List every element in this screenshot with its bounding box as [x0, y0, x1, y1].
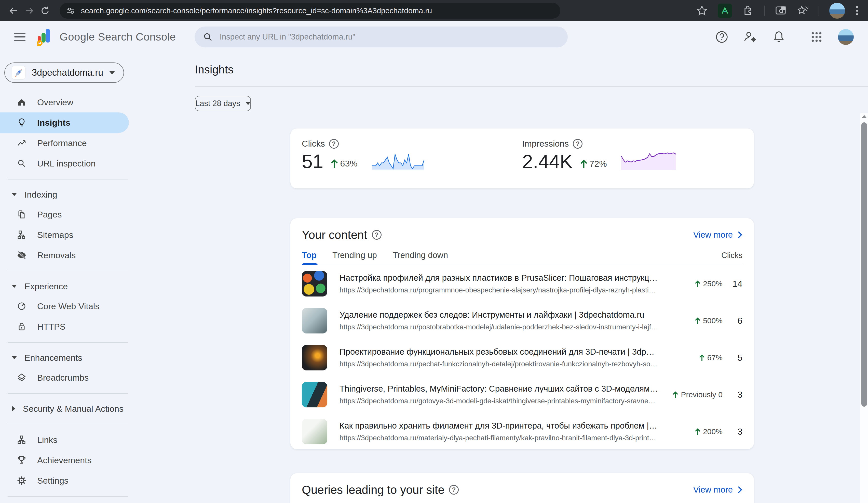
sidebar-item-settings[interactable]: Settings	[0, 470, 129, 491]
content-row[interactable]: Как правильно хранить филамент для 3D-пр…	[302, 413, 742, 450]
sidebar-section-indexing[interactable]: Indexing	[0, 185, 134, 204]
scrollbar-thumb[interactable]	[861, 122, 867, 406]
sidebar-item-label: Core Web Vitals	[37, 301, 99, 311]
content-title[interactable]: Удаление поддержек без следов: Инструмен…	[340, 310, 659, 320]
app-header: Google Search Console Inspect any URL in…	[0, 21, 868, 52]
site-settings-icon[interactable]	[66, 6, 75, 15]
content-url: https://3dpechatdoma.ru/programmnoe-obes…	[340, 286, 659, 294]
help-button[interactable]	[715, 30, 729, 44]
clicks-count: 6	[725, 315, 742, 326]
sidebar-item-submit-feedback[interactable]: Submit feedback	[0, 502, 129, 503]
sidebar-item-breadcrumbs[interactable]: Breadcrumbs	[0, 368, 129, 388]
queries-card: Queries leading to your site ? View more	[290, 473, 754, 503]
tab-top[interactable]: Top	[302, 250, 317, 265]
change-indicator: Previously 0	[659, 390, 723, 399]
browser-back-button[interactable]	[6, 3, 21, 19]
search-console-logo[interactable]	[37, 28, 53, 46]
extension-badge[interactable]	[718, 3, 732, 18]
bookmark-star-icon[interactable]	[696, 5, 707, 16]
user-settings-button[interactable]	[743, 30, 757, 44]
sidebar-item-label: Breadcrumbs	[37, 373, 89, 383]
sidebar-section-security[interactable]: Security & Manual Actions	[0, 399, 134, 418]
content-thumbnail	[302, 419, 327, 444]
sidebar-section-enhancements[interactable]: Enhancements	[0, 348, 134, 368]
sidebar-item-label: URL inspection	[37, 159, 95, 169]
sidebar-item-sitemaps[interactable]: Sitemaps	[0, 224, 129, 245]
hamburger-menu-icon[interactable]	[13, 32, 27, 42]
account-avatar[interactable]	[838, 29, 854, 45]
browser-profile-avatar[interactable]	[829, 3, 845, 19]
change-percent: 250%	[703, 279, 723, 288]
sidebar-divider	[8, 424, 128, 424]
url-inspect-search[interactable]: Inspect any URL in "3dpechatdoma.ru"	[195, 27, 568, 48]
content-title[interactable]: Thingiverse, Printables, MyMiniFactory: …	[340, 384, 659, 394]
sidebar-divider	[8, 271, 128, 271]
address-bar[interactable]: search.google.com/search-console/perform…	[60, 3, 560, 19]
up-arrow-icon	[330, 159, 339, 169]
chevron-right-icon	[737, 486, 742, 494]
content-row[interactable]: Удаление поддержек без следов: Инструмен…	[302, 302, 742, 339]
side-panel-search-icon[interactable]	[775, 5, 786, 17]
tab-trending-up[interactable]: Trending up	[332, 250, 377, 265]
help-icon[interactable]: ?	[372, 230, 382, 240]
up-arrow-icon	[672, 391, 679, 399]
property-favicon	[12, 66, 25, 79]
content-thumbnail	[302, 382, 327, 408]
tab-trending-down[interactable]: Trending down	[393, 250, 448, 265]
sidebar-item-removals[interactable]: Removals	[0, 245, 129, 265]
content-title[interactable]: Как правильно хранить филамент для 3D-пр…	[340, 421, 659, 431]
browser-forward-button[interactable]	[21, 3, 37, 19]
sidebar-item-achievements[interactable]: Achievements	[0, 450, 129, 470]
browser-reload-button[interactable]	[37, 3, 53, 19]
content-thumbnail	[302, 308, 327, 333]
content-title[interactable]: Настройка профилей для разных пластиков …	[340, 273, 659, 283]
content-row[interactable]: Настройка профилей для разных пластиков …	[302, 265, 742, 302]
search-icon	[16, 158, 27, 169]
sidebar-item-url-inspection[interactable]: URL inspection	[0, 153, 129, 174]
queries-view-more[interactable]: View more	[693, 485, 742, 495]
property-selector[interactable]: 3dpechatdoma.ru	[4, 62, 124, 83]
your-content-view-more[interactable]: View more	[693, 230, 742, 240]
help-icon	[715, 30, 728, 43]
content-title[interactable]: Проектирование функциональных резьбовых …	[340, 347, 659, 357]
extensions-puzzle-icon[interactable]	[742, 5, 754, 17]
help-icon[interactable]: ?	[573, 139, 582, 149]
gauge-icon	[16, 301, 27, 311]
sidebar-item-https[interactable]: HTTPS	[0, 316, 129, 337]
google-apps-grid-button[interactable]	[809, 30, 824, 44]
sparkle-star-icon[interactable]	[797, 5, 808, 17]
metrics-card: Clicks ? 51 63% Impressions	[290, 129, 754, 188]
help-icon[interactable]: ?	[449, 485, 459, 495]
sidebar-divider	[8, 179, 128, 180]
sitemap-icon	[16, 230, 27, 240]
queries-title: Queries leading to your site	[302, 483, 444, 497]
sidebar-item-performance[interactable]: Performance	[0, 133, 129, 153]
change-indicator: 500%	[659, 316, 723, 325]
sidebar-divider	[8, 496, 128, 497]
content-row[interactable]: Проектирование функциональных резьбовых …	[302, 339, 742, 376]
sidebar-item-pages[interactable]: Pages	[0, 204, 129, 224]
lightbulb-icon	[16, 118, 27, 128]
url-text[interactable]: search.google.com/search-console/perform…	[81, 6, 432, 15]
trophy-icon	[16, 455, 27, 465]
sidebar-item-links[interactable]: Links	[0, 430, 129, 450]
sidebar-section-experience[interactable]: Experience	[0, 276, 134, 296]
sidebar-item-label: Overview	[37, 97, 73, 107]
sidebar-item-overview[interactable]: Overview	[0, 92, 129, 112]
sidebar-item-label: Pages	[37, 210, 62, 220]
vertical-scrollbar[interactable]	[860, 113, 868, 503]
browser-menu-icon[interactable]	[855, 5, 859, 16]
help-icon[interactable]: ?	[329, 139, 339, 149]
notifications-button[interactable]	[772, 30, 786, 44]
toolbar-separator	[819, 6, 819, 16]
sidebar: 3dpechatdoma.ru Overview Insights Perfor…	[0, 52, 134, 503]
up-arrow-icon	[694, 280, 701, 288]
scroll-up-arrow-icon[interactable]	[862, 115, 867, 118]
date-range-selector[interactable]: Last 28 days	[195, 96, 251, 111]
sidebar-item-core-web-vitals[interactable]: Core Web Vitals	[0, 296, 129, 316]
change-percent: Previously 0	[681, 390, 722, 399]
content-row[interactable]: Thingiverse, Printables, MyMiniFactory: …	[302, 376, 742, 413]
impressions-delta: 72%	[590, 159, 607, 169]
sidebar-item-label: Sitemaps	[37, 230, 73, 240]
sidebar-item-insights[interactable]: Insights	[0, 112, 129, 133]
